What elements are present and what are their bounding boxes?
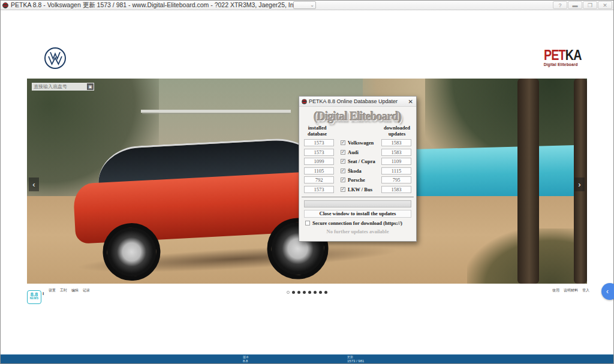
news-badge[interactable]: 8.8 NEWS: [27, 290, 41, 304]
side-panel-toggle-button[interactable]: ‹: [601, 283, 614, 300]
footer-menu-item[interactable]: 编辑: [71, 288, 79, 293]
status-taskbar: 版本 8.8 更新 1573 / 981: [1, 354, 613, 363]
minimize-icon: ▬: [573, 2, 578, 8]
installed-version-field: 792: [304, 176, 334, 183]
vw-logo: [44, 47, 67, 70]
petka-logo-red: PET: [544, 47, 565, 63]
close-icon: ✕: [603, 2, 607, 8]
updater-title-bar[interactable]: PETKA 8.8 Online Database Updater ✕: [299, 97, 416, 107]
maximize-icon: ❐: [588, 2, 592, 8]
carousel-dot[interactable]: [287, 291, 290, 294]
title-dropdown[interactable]: ⌄: [293, 1, 316, 9]
brand-label: Seat / Cupra: [348, 158, 375, 164]
petka-logo-dark: KA: [565, 47, 581, 63]
footer-menu-item[interactable]: 工时: [60, 288, 67, 293]
updater-row: 792✓Porsche795: [304, 176, 411, 185]
brand-label: Volkswagen: [348, 140, 374, 146]
installed-version-field: 1099: [304, 158, 334, 165]
carousel-dot[interactable]: [292, 291, 295, 294]
carousel-dot[interactable]: [319, 291, 322, 294]
close-button[interactable]: ✕: [598, 1, 612, 9]
installed-version-field: 1105: [304, 167, 334, 175]
install-updates-button[interactable]: Close window to install the updates: [304, 210, 411, 218]
footer-menu-left: 设置工时编辑记录: [49, 288, 90, 293]
updater-app-icon: [302, 99, 307, 104]
brand-cell: ✓Audi: [341, 149, 359, 155]
secure-connection-checkbox[interactable]: [305, 221, 310, 225]
brand-label: LKW / Bus: [348, 186, 372, 192]
title-bar: PETKA 8.8 - Volkswagen 更新 1573 / 981 - w…: [1, 1, 613, 10]
brand-checkbox[interactable]: ✓: [341, 187, 345, 192]
brand-label: Porsche: [348, 177, 365, 183]
downloaded-version-field: 1583: [381, 186, 411, 193]
footer-menu-item[interactable]: 登入: [582, 288, 589, 293]
updater-close-icon[interactable]: ✕: [408, 98, 413, 105]
brand-checkbox[interactable]: ✓: [341, 140, 345, 145]
help-button[interactable]: ?: [553, 1, 567, 9]
carousel-dot[interactable]: [324, 291, 327, 294]
footer-menu-item[interactable]: 说明材料: [564, 288, 578, 293]
updater-title: PETKA 8.8 Online Database Updater: [309, 98, 398, 104]
carousel-dot[interactable]: [308, 291, 311, 294]
footer-menu-item[interactable]: 设置: [49, 288, 56, 293]
carousel-next-button[interactable]: ›: [574, 178, 585, 191]
brand-cell: ✓Volkswagen: [341, 140, 374, 146]
updater-status-text: No further updates available: [306, 228, 409, 235]
updater-dialog: PETKA 8.8 Online Database Updater ✕ (Dig…: [299, 96, 417, 242]
secure-connection-row: Secure connection for download (https://…: [305, 220, 411, 226]
info-icon[interactable]: i: [43, 291, 44, 296]
vin-search-input[interactable]: [32, 84, 87, 89]
brand-checkbox[interactable]: ✓: [341, 178, 345, 182]
carousel-dot[interactable]: [314, 291, 317, 294]
updater-row: 1573✓Volkswagen1583: [304, 139, 411, 148]
footer-menu-item[interactable]: 记录: [83, 288, 90, 293]
carousel-prev-button[interactable]: ‹: [29, 178, 39, 191]
news-badge-word: NEWS: [28, 297, 41, 300]
secure-connection-label: Secure connection for download (https://…: [312, 220, 402, 226]
brand-cell: ✓Škoda: [341, 168, 362, 174]
downloaded-version-field: 1583: [381, 149, 411, 156]
app-window: PETKA 8.8 - Volkswagen 更新 1573 / 981 - w…: [0, 0, 614, 364]
carousel-dots: [1, 291, 613, 294]
search-go-icon[interactable]: ▣: [87, 83, 94, 90]
brand-checkbox[interactable]: ✓: [341, 169, 345, 173]
footer-menu-right: 使用说明材料登入: [552, 288, 589, 293]
updater-row: 1573✓LKW / Bus1583: [304, 185, 411, 194]
chevron-right-icon: ›: [578, 180, 580, 189]
downloaded-version-field: 1115: [381, 167, 411, 175]
taskbar-version-value: 8.8: [243, 359, 249, 363]
petka-app-icon: [2, 2, 8, 8]
brand-cell: ✓Porsche: [341, 177, 365, 183]
carousel-dot[interactable]: [303, 291, 306, 294]
tree-trunk-decor: [517, 79, 539, 284]
footer-menu-item[interactable]: 使用: [552, 288, 559, 293]
page-header: PETKA Digital Eliteboard: [1, 11, 613, 79]
taskbar-update-group: 更新 1573 / 981: [347, 356, 364, 363]
installed-version-field: 1573: [304, 186, 334, 193]
window-title: PETKA 8.8 - Volkswagen 更新 1573 / 981 - w…: [11, 1, 311, 10]
downloaded-version-field: 1583: [381, 139, 411, 146]
updater-row: 1573✓Audi1583: [304, 148, 411, 157]
column-header-installed: installed database: [308, 125, 327, 137]
updater-table: 1573✓Volkswagen15831573✓Audi15831099✓Sea…: [299, 138, 416, 194]
carousel-dot[interactable]: [297, 291, 300, 294]
installed-version-field: 1573: [304, 149, 334, 156]
taskbar-version-label: 版本: [243, 356, 249, 359]
watermark-text: (Digital Eliteboard): [303, 109, 413, 124]
chevron-left-icon: ‹: [32, 180, 35, 189]
chevron-left-icon: ‹: [606, 287, 609, 296]
minimize-button[interactable]: ▬: [568, 1, 582, 9]
chevron-down-icon: ⌄: [310, 2, 314, 8]
petka-logo-subtitle: Digital Eliteboard: [544, 63, 589, 67]
brand-checkbox[interactable]: ✓: [341, 150, 345, 155]
bridge-decor: [141, 110, 291, 113]
help-icon: ?: [558, 2, 561, 8]
installed-version-field: 1573: [304, 139, 334, 146]
updater-row: 1099✓Seat / Cupra1109: [304, 157, 411, 167]
brand-label: Audi: [348, 149, 359, 155]
petka-brand-logo: PETKA Digital Eliteboard: [544, 48, 589, 67]
downloaded-version-field: 795: [381, 176, 411, 183]
brand-checkbox[interactable]: ✓: [341, 159, 345, 164]
maximize-button[interactable]: ❐: [583, 1, 597, 9]
brand-cell: ✓Seat / Cupra: [341, 158, 375, 164]
